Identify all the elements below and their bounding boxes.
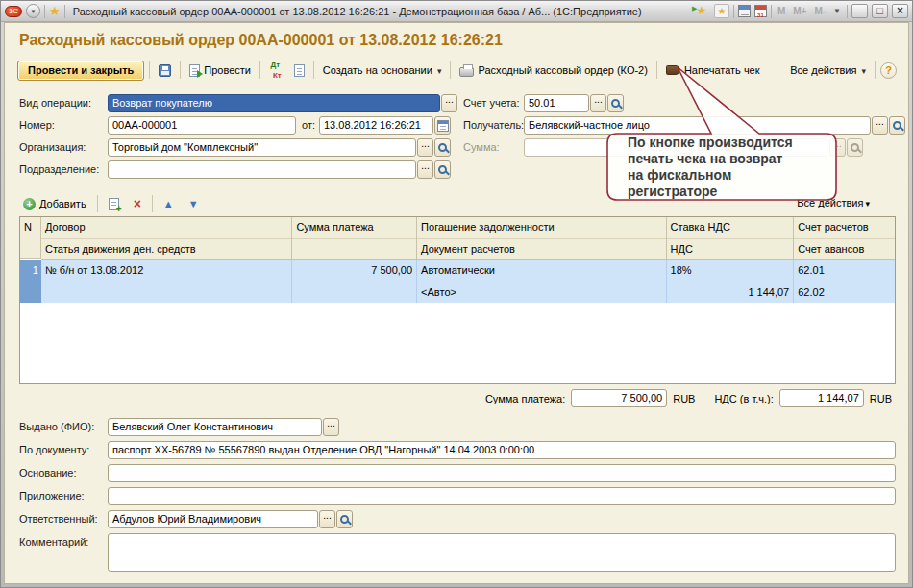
titlebar-separator: [847, 5, 848, 18]
memory-dropdown-icon[interactable]: [831, 7, 843, 15]
responsible-select-button[interactable]: [319, 510, 335, 528]
organization-open-button[interactable]: [434, 138, 451, 157]
magnifier-icon: [892, 120, 903, 132]
magnifier-icon: [850, 142, 861, 154]
operation-kind-select-button[interactable]: [441, 94, 457, 112]
account-field[interactable]: 50.01: [524, 94, 589, 112]
floppy-icon: [159, 64, 171, 77]
header-vat-rate[interactable]: Ставка НДС: [667, 217, 794, 238]
date-picker-button[interactable]: [434, 116, 451, 135]
department-field[interactable]: [108, 160, 416, 179]
total-vat-field: 1 144,07: [779, 389, 864, 407]
titlebar: Расходный кассовый ордер 00АА-000001 от …: [1, 1, 912, 22]
header-payment-amount[interactable]: Сумма платежа: [292, 217, 416, 238]
account-label: Счет учета:: [463, 94, 519, 112]
department-open-button[interactable]: [434, 160, 451, 179]
toolbar-separator: [152, 195, 153, 212]
date-field[interactable]: 13.08.2012 16:26:21: [319, 116, 433, 135]
chevron-down-icon: [436, 64, 442, 76]
header-settlement-account[interactable]: Счет расчетов: [794, 217, 895, 238]
table-row[interactable]: 1 № б/н от 13.08.2012 7 500,00 Автоматич…: [20, 260, 895, 303]
cell-settlement-account[interactable]: 62.01: [794, 260, 895, 282]
dt-label: Дт: [271, 61, 281, 68]
cell-cash-flow-item[interactable]: [41, 282, 291, 303]
header-debt-settlement[interactable]: Погашение задолженности: [417, 217, 665, 238]
chevron-down-icon: [860, 64, 866, 76]
add-favorite-icon[interactable]: [693, 4, 710, 18]
post-button[interactable]: Провести: [185, 62, 255, 79]
help-button[interactable]: ?: [880, 62, 897, 79]
header-advance-account[interactable]: Счет авансов: [794, 238, 895, 259]
header-n[interactable]: N: [20, 217, 41, 259]
responsible-field[interactable]: Абдулов Юрий Владимирович: [108, 510, 318, 528]
memory-mminus-button[interactable]: M-: [812, 6, 827, 16]
header-settlement-document[interactable]: Документ расчетов: [417, 238, 665, 259]
move-down-button[interactable]: [185, 196, 203, 211]
save-button[interactable]: [155, 62, 175, 79]
organization-select-button[interactable]: [417, 138, 433, 157]
operation-kind-field[interactable]: Возврат покупателю: [108, 94, 440, 112]
header-cash-flow-item[interactable]: Статья движения ден. средств: [41, 238, 291, 259]
cell-settlement-document[interactable]: <Авто>: [417, 282, 665, 303]
cell-empty[interactable]: [292, 282, 416, 303]
cell-payment-amount[interactable]: 7 500,00: [292, 260, 416, 282]
system-menu-button[interactable]: [26, 4, 40, 18]
comment-field[interactable]: [108, 533, 896, 572]
toolbar-separator: [313, 61, 314, 79]
toolbar-separator: [180, 61, 181, 79]
issued-to-select-button[interactable]: [323, 418, 339, 436]
header-contract[interactable]: Договор: [41, 217, 291, 238]
basis-field[interactable]: [108, 464, 896, 482]
dt-kt-postings-button[interactable]: Дт Кт: [265, 60, 285, 81]
calculator-icon[interactable]: [738, 5, 751, 17]
titlebar-separator: [733, 5, 734, 18]
magnifier-icon: [437, 164, 449, 176]
copy-row-button[interactable]: [105, 196, 123, 212]
minimize-button[interactable]: [851, 4, 868, 18]
cell-contract[interactable]: № б/н от 13.08.2012: [41, 260, 291, 282]
total-vat-currency: RUB: [870, 393, 892, 404]
issued-to-field[interactable]: Белявский Олег Константинович: [108, 418, 322, 436]
add-row-label: Добавить: [39, 198, 86, 209]
chevron-down-icon: [863, 197, 870, 208]
favorites-star-icon[interactable]: [49, 5, 61, 18]
plus-circle-icon: [23, 198, 36, 210]
add-row-button[interactable]: Добавить: [19, 196, 90, 212]
favorites-list-icon[interactable]: [714, 4, 729, 18]
register-records-button[interactable]: [290, 62, 308, 79]
cell-debt-settlement[interactable]: Автоматически: [417, 260, 665, 282]
recipient-select-button[interactable]: [872, 116, 888, 135]
move-up-button[interactable]: [160, 196, 178, 211]
department-label: Подразделение:: [19, 160, 99, 179]
header-vat-amount[interactable]: НДС: [667, 238, 794, 259]
calendar-icon[interactable]: 31: [754, 5, 767, 17]
responsible-open-button[interactable]: [336, 510, 353, 528]
appendix-field[interactable]: [108, 487, 896, 505]
organization-label: Организация:: [19, 138, 86, 157]
department-select-button[interactable]: [417, 160, 433, 179]
total-vat-label: НДС (в т.ч.):: [714, 393, 773, 404]
cell-advance-account[interactable]: 62.02: [794, 282, 895, 303]
delete-row-button[interactable]: [130, 196, 145, 212]
register-document-icon: [294, 64, 305, 77]
memory-mplus-button[interactable]: M+: [791, 6, 808, 16]
cell-vat-rate[interactable]: 18%: [667, 260, 794, 282]
post-and-close-button[interactable]: Провести и закрыть: [17, 61, 144, 81]
header-empty[interactable]: [292, 238, 416, 259]
create-based-on-button[interactable]: Создать на основании: [319, 62, 446, 78]
close-button[interactable]: [892, 4, 908, 18]
operation-kind-label: Вид операции:: [19, 94, 91, 112]
by-document-field[interactable]: паспорт ХХ-56789 № 55567890 выдан Отделе…: [108, 441, 896, 459]
memory-m-button[interactable]: M: [776, 6, 787, 16]
page-title: Расходный кассовый ордер 00АА-000001 от …: [19, 32, 503, 49]
maximize-button[interactable]: [872, 4, 888, 18]
number-field[interactable]: 00АА-000001: [108, 116, 296, 135]
post-button-label: Провести: [204, 64, 251, 76]
recipient-label: Получатель:: [463, 116, 524, 135]
total-payment-label: Сумма платежа:: [485, 393, 565, 404]
row-number-cell[interactable]: 1: [20, 260, 41, 303]
date-label: от:: [302, 116, 315, 135]
organization-field[interactable]: Торговый дом "Комплексный": [108, 138, 416, 157]
cell-vat-amount[interactable]: 1 144,07: [667, 282, 794, 303]
recipient-open-button[interactable]: [889, 116, 905, 135]
